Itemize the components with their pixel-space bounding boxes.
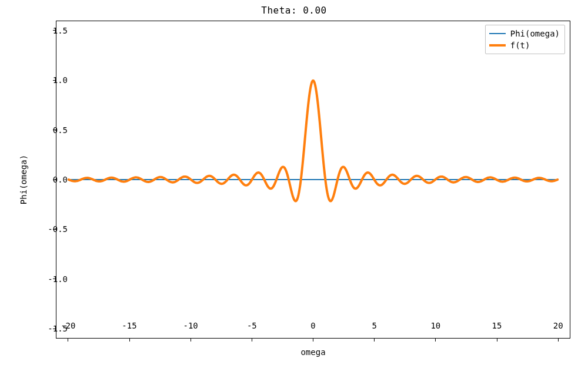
series-f [69,81,557,201]
x-tick-label: 5 [372,321,376,330]
x-axis-label: omega [56,347,570,357]
y-tick-mark [53,30,56,31]
x-tick-mark [313,339,313,342]
x-tick-label: -5 [247,321,257,330]
x-tick-label: -15 [122,321,136,330]
y-tick-label: -1.5 [48,324,68,333]
legend-swatch-f [489,44,506,47]
chart-title: Theta: 0.00 [0,5,588,16]
x-tick-mark [68,339,68,342]
y-tick-mark [53,180,56,180]
legend-label-phi: Phi(omega) [510,29,560,38]
y-tick-mark [53,130,56,130]
x-tick-label: -10 [183,321,198,330]
x-tick-mark [497,339,497,342]
legend: Phi(omega) f(t) [485,25,565,54]
x-tick-mark [252,339,252,342]
x-tick-mark [558,339,559,342]
x-tick-label: 15 [492,321,502,330]
x-tick-label: 10 [430,321,440,330]
x-tick-mark [191,339,191,342]
y-tick-mark [53,80,56,81]
y-tick-label: -0.5 [48,224,68,234]
y-axis-label-text: Phi(omega) [19,155,28,204]
x-tick-label: 0 [310,321,315,330]
x-tick-mark [435,339,436,342]
x-tick-mark [129,339,130,342]
figure: Theta: 0.00 Phi(omega) f(t) -20-15-10-50… [0,0,588,368]
y-tick-label: -1.0 [48,274,68,284]
legend-item-phi: Phi(omega) [489,28,560,39]
x-tick-label: 20 [553,321,563,330]
axes: Phi(omega) f(t) [56,21,570,339]
y-tick-mark [53,279,56,279]
legend-label-f: f(t) [510,41,530,50]
x-tick-mark [374,339,375,342]
legend-item-f: f(t) [489,39,560,51]
y-axis-label: Phi(omega) [18,21,29,339]
y-tick-mark [53,229,56,230]
plot-canvas [56,21,570,338]
y-tick-mark [53,329,56,329]
legend-swatch-phi [489,33,506,34]
